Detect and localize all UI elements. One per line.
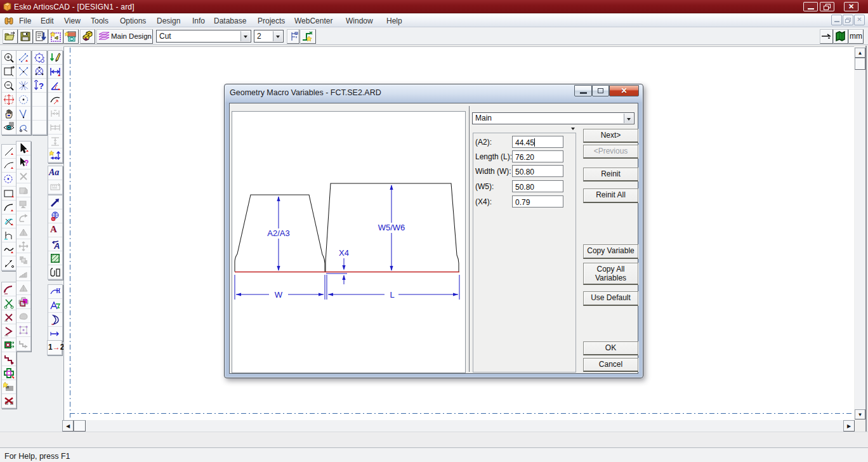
svg-text:A2/A3: A2/A3 xyxy=(267,228,289,238)
svg-text:W5/W6: W5/W6 xyxy=(378,223,405,232)
svg-text:L: L xyxy=(390,290,394,300)
svg-text:?: ? xyxy=(39,81,44,91)
svg-text:X4: X4 xyxy=(339,248,349,258)
svg-text:W: W xyxy=(275,290,283,300)
svg-text:?: ? xyxy=(24,159,29,168)
